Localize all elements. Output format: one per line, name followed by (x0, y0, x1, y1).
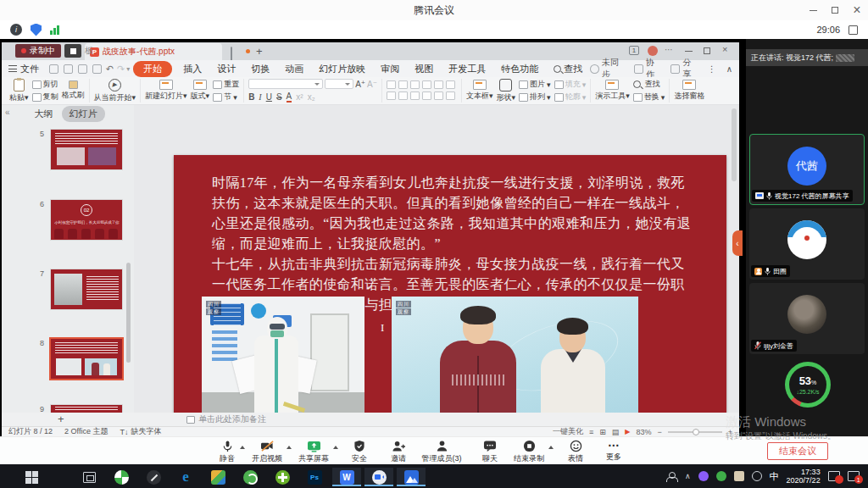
textbox-button[interactable]: 文本框▾ (466, 80, 493, 102)
account-avatar[interactable] (648, 46, 658, 56)
invite-button[interactable]: 邀请 (380, 440, 417, 464)
menu-more-icon[interactable]: ⋮ (708, 64, 716, 74)
tab-design[interactable]: 设计 (209, 63, 243, 75)
tab-home[interactable]: 开始 (133, 61, 172, 77)
format-painter-button[interactable]: 格式刷 (62, 80, 85, 101)
taskbar-app-pinwheel[interactable] (107, 468, 136, 486)
document-tab[interactable]: P 战疫故事-代茜.pptx (85, 43, 222, 60)
maximize-icon[interactable] (824, 0, 846, 20)
participant-tile-liujinshan[interactable]: ljljy刘金善 (749, 283, 865, 354)
font-increase-button[interactable]: A⁺ (355, 80, 365, 89)
quickbar-caret-icon[interactable]: ▾ (126, 65, 130, 73)
new-slide-button[interactable]: 新建幻灯片▾ (145, 80, 187, 102)
tab-slideshow[interactable]: 幻灯片放映 (311, 63, 373, 75)
tray-app-green-icon[interactable] (716, 471, 726, 481)
fill-button[interactable]: 填充▾ (554, 79, 587, 90)
sorter-view-icon[interactable]: ▤ (612, 428, 620, 436)
taskbar-app-360[interactable] (236, 468, 264, 486)
cut-button[interactable]: 剪切 (32, 79, 58, 90)
participant-tile-tianquan[interactable]: 田圈 (749, 208, 865, 280)
tab-outline[interactable]: 大纲 (35, 108, 53, 120)
wps-more-icon[interactable]: ⋯ (665, 45, 673, 54)
zoom-slider[interactable] (668, 431, 722, 433)
more-button[interactable]: ⋯ 更多 (595, 440, 632, 463)
layout-button[interactable]: 版式▾ (191, 80, 210, 102)
find-button[interactable]: 查找 (633, 79, 665, 90)
start-button[interactable] (17, 468, 46, 486)
subscript-button[interactable]: x₂ (308, 92, 315, 102)
manage-members-button[interactable]: 管理成员(3) (418, 440, 465, 464)
canvas-scrollbar[interactable] (732, 108, 737, 181)
tab-review[interactable]: 审阅 (373, 63, 407, 75)
slide-thumbnail-7[interactable] (51, 269, 122, 309)
network-speed-gauge[interactable]: 53% ↓25.2K/s (785, 362, 831, 408)
fullscreen-icon[interactable] (849, 25, 858, 35)
participant-tile-daiqian[interactable]: 代茜 视觉172 代茜的屏幕共享 (749, 134, 865, 205)
meeting-security-shield-icon[interactable] (31, 24, 42, 36)
collapse-panel-icon[interactable]: « (5, 108, 10, 117)
taskbar-app-pen[interactable] (139, 468, 168, 486)
zoom-out-button[interactable]: − (657, 428, 661, 436)
undo-icon[interactable]: ↶ (106, 64, 114, 75)
font-decrease-button[interactable]: A⁻ (367, 80, 377, 89)
close-icon[interactable]: × (846, 0, 868, 20)
stop-recording-icon[interactable] (64, 44, 81, 58)
record-options-caret[interactable] (548, 446, 554, 449)
taskbar-app-meeting[interactable] (364, 468, 393, 486)
mute-button[interactable]: 静音 (209, 440, 246, 464)
panel-scrollbar[interactable] (126, 263, 131, 363)
picture-button[interactable]: 图片▾ (519, 79, 551, 90)
task-view-button[interactable] (75, 468, 103, 486)
replace-button[interactable]: 替换▾ (633, 92, 665, 103)
normal-view-icon[interactable]: ⊞ (599, 428, 606, 436)
taskbar-app-edge[interactable]: e (171, 468, 200, 486)
presentation-tools-button[interactable]: 演示工具▾ (595, 80, 630, 102)
preview-icon[interactable] (92, 64, 102, 74)
emoji-button[interactable]: 表情 (557, 440, 594, 464)
menu-file[interactable]: 文件 (2, 63, 47, 75)
arrange-button[interactable]: 排列▾ (519, 92, 551, 103)
minimize-icon[interactable] (802, 0, 824, 20)
sidebar-collapse-handle[interactable]: ‹ (732, 230, 743, 256)
font-name-select[interactable] (248, 79, 323, 89)
action-center-icon[interactable]: 1 (848, 471, 860, 481)
tab-slides[interactable]: 幻灯片 (62, 106, 105, 122)
taskbar-app-photoshop[interactable]: Ps (300, 468, 329, 486)
collapse-ribbon-icon[interactable]: ∧ (726, 64, 732, 74)
wps-maximize-icon[interactable] (704, 47, 710, 54)
slide-thumbnail-6[interactable]: 02 小时候您守护我们，长大后我就成了你 (51, 200, 122, 240)
tray-expand-icon[interactable]: ∧ (685, 472, 691, 480)
print-icon[interactable] (78, 64, 87, 74)
start-video-button[interactable]: 开启视频 (248, 440, 286, 464)
slide-thumbnail-5[interactable] (51, 130, 122, 169)
shapes-button[interactable]: 形状▾ (497, 79, 516, 103)
font-size-select[interactable] (325, 79, 353, 89)
new-tab-button[interactable]: + (256, 45, 263, 58)
end-meeting-button[interactable]: 结束会议 (767, 442, 828, 460)
play-from-current-button[interactable]: ▶从当前开始▾ (94, 79, 136, 103)
taskbar-app-lanhu[interactable] (397, 468, 426, 486)
tab-insert[interactable]: 插入 (175, 63, 209, 75)
taskbar-app-antivirus[interactable] (268, 468, 297, 486)
notes-placeholder[interactable]: 单击此处添加备注 (186, 413, 266, 426)
bold-button[interactable]: B (248, 92, 254, 102)
strikethrough-button[interactable]: S (276, 92, 282, 102)
tray-app-purple-icon[interactable] (698, 471, 709, 481)
window-layout-icon[interactable]: 1 (629, 46, 639, 55)
missing-font-warning[interactable]: T↓缺失字体 (120, 426, 161, 436)
zoom-level[interactable]: 83% (636, 428, 651, 436)
meeting-info-icon[interactable]: i (10, 24, 22, 36)
notification-icon[interactable] (828, 471, 840, 481)
output-icon[interactable] (64, 64, 73, 74)
copy-button[interactable]: 复制 (32, 92, 58, 103)
people-icon[interactable] (666, 472, 677, 481)
tab-developer[interactable]: 开发工具 (441, 63, 493, 75)
current-slide[interactable]: 时隔17年，作为一名母亲看到女儿也奔赴抗疫一线进行支援，刘泽明说，救死扶伤，这本… (174, 155, 726, 436)
redo-icon[interactable]: ↷ (117, 64, 125, 75)
tab-animation[interactable]: 动画 (277, 63, 311, 75)
wps-close-icon[interactable]: × (722, 44, 727, 54)
share-screen-button[interactable]: 共享屏幕 (295, 440, 332, 464)
superscript-button[interactable]: x² (296, 92, 303, 102)
add-slide-button[interactable]: + (58, 413, 64, 426)
taskbar-app-wps[interactable]: W (332, 468, 361, 486)
